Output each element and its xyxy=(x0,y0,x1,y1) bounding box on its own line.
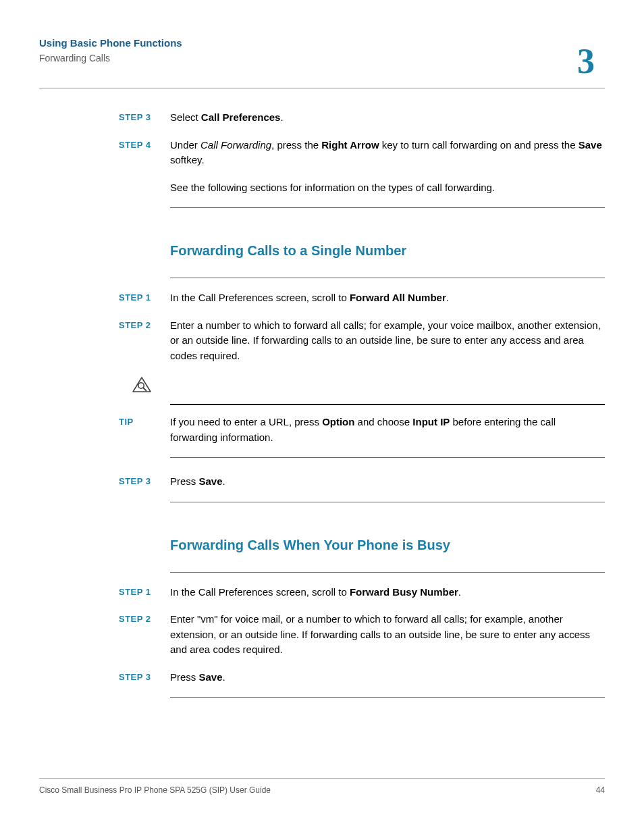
text-bold: Forward Busy Number xyxy=(350,586,458,598)
text-bold: Option xyxy=(322,416,354,427)
text-italic: Call Forwarding xyxy=(200,139,271,151)
text: Under xyxy=(170,139,200,151)
text-bold: Input IP xyxy=(412,416,450,427)
step-body: Press Save. xyxy=(170,670,605,685)
step-row: STEP 3 Press Save. xyxy=(119,670,605,685)
tip-divider-bottom xyxy=(170,457,605,458)
text-bold: Save xyxy=(579,139,602,151)
step-body: Select Call Preferences. xyxy=(170,110,605,126)
step-body: In the Call Preferences screen, scroll t… xyxy=(170,290,605,306)
text: Press xyxy=(170,475,199,487)
text: Press xyxy=(170,671,199,683)
page-content: STEP 3 Select Call Preferences. STEP 4 U… xyxy=(119,110,605,698)
chapter-title: Using Basic Phone Functions xyxy=(39,37,605,49)
step-label: STEP 2 xyxy=(119,318,170,364)
chapter-number-box: 3 xyxy=(567,34,605,87)
text: . xyxy=(223,671,225,683)
step-body: Enter "vm" for voice mail, or a number t… xyxy=(170,612,605,658)
step-row: STEP 3 Select Call Preferences. xyxy=(119,110,605,126)
tip-icon-cell xyxy=(119,375,170,394)
step-row: STEP 3 Press Save. xyxy=(119,474,605,490)
page-footer: Cisco Small Business Pro IP Phone SPA 52… xyxy=(39,778,605,795)
section-divider xyxy=(170,502,605,502)
text: In the Call Preferences screen, scroll t… xyxy=(170,586,350,598)
paragraph: See the following sections for informati… xyxy=(170,180,605,196)
tip-divider-top xyxy=(170,404,605,405)
breadcrumb: Forwarding Calls xyxy=(39,53,605,63)
step-label: STEP 3 xyxy=(119,670,170,685)
page-header: Using Basic Phone Functions Forwarding C… xyxy=(39,37,605,88)
text: If you need to enter a URL, press xyxy=(170,416,322,427)
tip-body: If you need to enter a URL, press Option… xyxy=(170,415,605,445)
page-number: 44 xyxy=(596,785,605,795)
text: . xyxy=(458,586,461,598)
step-label: STEP 2 xyxy=(119,612,170,658)
text: . xyxy=(446,292,449,303)
step-row: STEP 1 In the Call Preferences screen, s… xyxy=(119,290,605,306)
tip-label: TIP xyxy=(119,415,170,445)
step-label: STEP 1 xyxy=(119,585,170,600)
step-label: STEP 1 xyxy=(119,290,170,306)
tip-row: TIP If you need to enter a URL, press Op… xyxy=(119,415,605,445)
text-bold: Save xyxy=(199,475,223,487)
text: Select xyxy=(170,111,201,123)
text: softkey. xyxy=(170,154,205,165)
step-body: In the Call Preferences screen, scroll t… xyxy=(170,585,605,600)
section-heading: Forwarding Calls to a Single Number xyxy=(170,243,605,259)
step-row: STEP 1 In the Call Preferences screen, s… xyxy=(119,585,605,600)
text: . xyxy=(223,475,225,487)
text-bold: Forward All Number xyxy=(350,292,446,303)
step-body: Under Call Forwarding, press the Right A… xyxy=(170,138,605,196)
section-divider xyxy=(170,572,605,573)
section-divider xyxy=(170,207,605,208)
text: and choose xyxy=(354,416,412,427)
text-bold: Call Preferences xyxy=(201,111,281,123)
step-row: STEP 2 Enter "vm" for voice mail, or a n… xyxy=(119,612,605,658)
footer-left: Cisco Small Business Pro IP Phone SPA 52… xyxy=(39,785,271,795)
text: . xyxy=(280,111,283,123)
step-label: STEP 3 xyxy=(119,474,170,490)
section-divider xyxy=(170,697,605,698)
text: key to turn call forwarding on and press… xyxy=(379,139,579,151)
section-divider xyxy=(170,278,605,278)
step-label: STEP 4 xyxy=(119,138,170,196)
text: In the Call Preferences screen, scroll t… xyxy=(170,292,350,303)
step-body: Enter a number to which to forward all c… xyxy=(170,318,605,364)
step-row: STEP 2 Enter a number to which to forwar… xyxy=(119,318,605,364)
magnifier-icon xyxy=(131,375,153,394)
section-heading: Forwarding Calls When Your Phone is Busy xyxy=(170,538,605,553)
step-label: STEP 3 xyxy=(119,110,170,126)
text-bold: Right Arrow xyxy=(321,139,379,151)
text-bold: Save xyxy=(199,671,223,683)
text: , press the xyxy=(271,139,321,151)
step-row: STEP 4 Under Call Forwarding, press the … xyxy=(119,138,605,196)
chapter-number: 3 xyxy=(577,41,595,81)
step-body: Press Save. xyxy=(170,474,605,490)
header-divider xyxy=(39,88,605,88)
tip-icon-row xyxy=(119,375,605,394)
footer-divider xyxy=(39,778,605,779)
svg-line-1 xyxy=(143,388,146,391)
